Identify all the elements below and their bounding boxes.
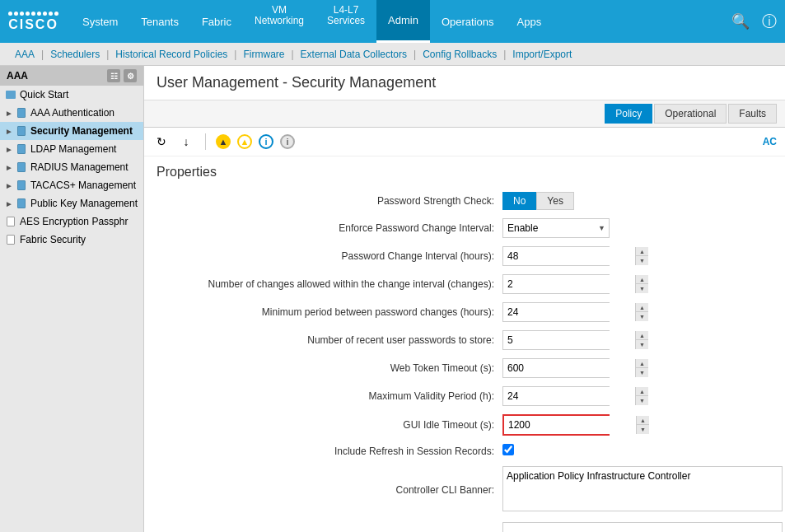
recent-passwords-spinbox: ▲ ▼	[502, 330, 610, 350]
recent-passwords-label: Number of recent user passwords to store…	[157, 334, 502, 346]
num-changes-input[interactable]	[503, 275, 635, 293]
gui-idle-timeout-input[interactable]	[504, 416, 636, 434]
include-refresh-label: Include Refresh in Session Records:	[157, 446, 502, 457]
spinbox-up-arrow[interactable]: ▲	[635, 247, 648, 256]
doc-icon	[16, 198, 27, 209]
spinbox-down-arrow[interactable]: ▼	[635, 396, 648, 405]
max-validity-input[interactable]	[503, 387, 635, 405]
nav-admin[interactable]: Admin	[376, 0, 430, 43]
doc-icon	[16, 161, 27, 173]
form-row-password-strength: Password Strength Check: No Yes	[157, 192, 773, 210]
nav-items: System Tenants Fabric VM Networking L4-L…	[71, 0, 731, 43]
form-row-gui-idle-timeout: GUI Idle Timeout (s): ▲ ▼	[157, 414, 773, 436]
switch-cli-banner-textarea[interactable]	[502, 522, 783, 532]
form-row-password-change-interval: Password Change Interval (hours): ▲ ▼	[157, 246, 773, 266]
web-token-timeout-input[interactable]	[503, 359, 635, 377]
spinbox-down-arrow[interactable]: ▼	[635, 340, 648, 349]
info-icon[interactable]: ⓘ	[762, 12, 777, 31]
subnav-schedulers[interactable]: Schedulers	[44, 49, 106, 60]
search-icon[interactable]: 🔍	[731, 12, 750, 30]
password-change-interval-spinbox: ▲ ▼	[502, 246, 610, 266]
top-nav: CISCO System Tenants Fabric VM Networkin…	[0, 0, 785, 43]
form-row-max-validity: Maximum Validity Period (h): ▲ ▼	[157, 386, 773, 406]
enforce-password-change-label: Enforce Password Change Interval:	[157, 222, 502, 234]
tab-faults[interactable]: Faults	[728, 104, 777, 124]
sub-nav: AAA | Schedulers | Historical Record Pol…	[0, 43, 785, 66]
form-row-num-changes: Number of changes allowed within the cha…	[157, 274, 773, 294]
sidebar-item-label: LDAP Management	[30, 143, 117, 155]
spinbox-down-arrow[interactable]: ▼	[635, 284, 648, 293]
toggle-no-button[interactable]: No	[502, 192, 536, 210]
min-period-control: ▲ ▼	[502, 302, 667, 322]
sidebar-item-aes-encryption[interactable]: AES Encryption Passphr	[0, 212, 143, 231]
tab-policy[interactable]: Policy	[605, 104, 652, 124]
cisco-logo: CISCO	[8, 12, 58, 32]
chevron-right-icon: ►	[5, 127, 13, 136]
sidebar-settings-icon[interactable]: ⚙	[124, 69, 137, 82]
doc-icon	[16, 125, 27, 137]
nav-apps[interactable]: Apps	[506, 0, 554, 43]
subnav-firmware[interactable]: Firmware	[236, 49, 291, 60]
toolbar: ↻ ↓ ▲ ▲ i i AC	[144, 128, 785, 156]
sidebar-item-quick-start[interactable]: Quick Start	[0, 86, 143, 104]
spinbox-up-arrow[interactable]: ▲	[636, 416, 649, 425]
num-changes-label: Number of changes allowed within the cha…	[157, 278, 502, 290]
spinbox-down-arrow[interactable]: ▼	[635, 368, 648, 377]
controller-cli-banner-control	[502, 466, 667, 514]
nav-l4l7-services[interactable]: L4-L7 Services	[315, 0, 376, 43]
subnav-import-export[interactable]: Import/Export	[506, 49, 578, 60]
nav-tenants[interactable]: Tenants	[129, 0, 190, 43]
spinbox-down-arrow[interactable]: ▼	[635, 256, 648, 265]
spinbox-up-arrow[interactable]: ▲	[635, 359, 648, 368]
form-row-controller-cli-banner: Controller CLI Banner:	[157, 466, 773, 514]
max-validity-spinbox: ▲ ▼	[502, 386, 610, 406]
warning-icon: ▲	[216, 134, 231, 149]
sidebar-grid-icon[interactable]: ☷	[107, 69, 120, 82]
sidebar-item-tacacs-management[interactable]: ► TACACS+ Management	[0, 176, 143, 194]
properties-title: Properties	[157, 165, 773, 180]
spinbox-up-arrow[interactable]: ▲	[635, 387, 648, 396]
sidebar-item-radius-management[interactable]: ► RADIUS Management	[0, 158, 143, 176]
sidebar-item-aaa-authentication[interactable]: ► AAA Authentication	[0, 104, 143, 122]
enforce-password-change-select-wrapper: Enable Disable	[502, 218, 610, 238]
nav-fabric[interactable]: Fabric	[190, 0, 243, 43]
toggle-group-password-strength: No Yes	[502, 192, 667, 210]
sidebar-item-ldap-management[interactable]: ► LDAP Management	[0, 140, 143, 158]
tab-operational[interactable]: Operational	[654, 104, 727, 124]
spinbox-up-arrow[interactable]: ▲	[635, 275, 648, 284]
ac-badge[interactable]: AC	[763, 136, 777, 147]
nav-operations[interactable]: Operations	[430, 0, 506, 43]
download-icon[interactable]: ↓	[177, 133, 195, 151]
info-circle2-icon: i	[280, 134, 295, 149]
subnav-external-data-collectors[interactable]: External Data Collectors	[294, 49, 414, 60]
spinbox-up-arrow[interactable]: ▲	[635, 303, 648, 312]
include-refresh-checkbox[interactable]	[502, 444, 514, 455]
spinbox-down-arrow[interactable]: ▼	[636, 425, 649, 434]
sidebar-item-fabric-security[interactable]: Fabric Security	[0, 231, 143, 249]
min-period-input[interactable]	[503, 303, 635, 321]
sidebar-item-security-management[interactable]: ► Security Management	[0, 122, 143, 140]
page-title: User Management - Security Management	[144, 66, 785, 100]
form-row-include-refresh: Include Refresh in Session Records:	[157, 444, 773, 458]
controller-cli-banner-textarea[interactable]	[502, 466, 783, 511]
spinbox-down-arrow[interactable]: ▼	[635, 312, 648, 321]
sidebar-item-public-key-management[interactable]: ► Public Key Management	[0, 194, 143, 212]
min-period-label: Minimum period between password changes …	[157, 306, 502, 318]
enforce-password-change-select[interactable]: Enable Disable	[502, 218, 610, 238]
subnav-aaa[interactable]: AAA	[8, 49, 41, 60]
password-strength-toggle: No Yes	[502, 192, 667, 210]
refresh-icon[interactable]: ↻	[152, 133, 171, 151]
password-change-interval-input[interactable]	[503, 247, 635, 265]
nav-vm-networking[interactable]: VM Networking	[243, 0, 315, 43]
chevron-right-icon: ►	[5, 181, 13, 190]
toggle-yes-button[interactable]: Yes	[536, 192, 574, 210]
subnav-historical-record-policies[interactable]: Historical Record Policies	[109, 49, 234, 60]
sidebar-item-label: Fabric Security	[20, 234, 86, 245]
recent-passwords-input[interactable]	[503, 331, 635, 349]
subnav-config-rollbacks[interactable]: Config Rollbacks	[416, 49, 503, 60]
include-refresh-control	[502, 444, 667, 458]
nav-system[interactable]: System	[71, 0, 129, 43]
spinbox-up-arrow[interactable]: ▲	[635, 331, 648, 340]
gui-idle-timeout-control: ▲ ▼	[502, 414, 667, 436]
cisco-brand: CISCO	[8, 17, 58, 32]
